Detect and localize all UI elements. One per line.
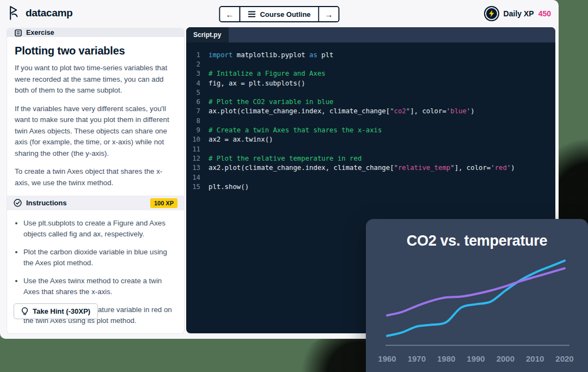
- take-hint-label: Take Hint (-30XP): [33, 307, 90, 315]
- exercise-doc-icon: [15, 29, 22, 36]
- exercise-body: Plotting two variables If you want to pl…: [7, 37, 184, 333]
- code-line[interactable]: 5: [186, 88, 555, 97]
- exercise-paragraph: If you want to plot two time-series vari…: [15, 63, 175, 96]
- x-tick-label: 1980: [437, 354, 455, 363]
- code-line[interactable]: 12# Plot the relative temperature in red: [186, 154, 555, 163]
- line-number: 5: [186, 89, 200, 96]
- x-tick-label: 2020: [555, 354, 573, 363]
- x-tick-label: 2010: [526, 354, 544, 363]
- check-circle-icon: [14, 199, 22, 207]
- code-line[interactable]: 2: [186, 59, 555, 69]
- course-nav-group: ← Course Outline →: [219, 6, 339, 22]
- app-header: datacamp ← Course Outline →: [0, 0, 559, 27]
- x-tick-label: 1970: [408, 354, 426, 363]
- daily-xp-value: 450: [538, 9, 551, 18]
- instruction-item: Plot the carbon dioxide variable in blue…: [23, 247, 175, 269]
- exercise-panel-header: Exercise: [7, 28, 184, 37]
- exercise-paragraph: If the variables have very different sca…: [15, 103, 175, 160]
- daily-xp-indicator[interactable]: Daily XP 450: [484, 6, 551, 21]
- lightning-bolt-icon: [484, 6, 499, 21]
- x-tick-label: 2000: [497, 354, 514, 363]
- course-outline-button[interactable]: Course Outline: [239, 7, 319, 21]
- instructions-header: Instructions 100 XP: [7, 196, 184, 210]
- line-number: 3: [186, 70, 200, 77]
- exercise-panel-title: Exercise: [26, 29, 54, 36]
- line-chart: 1960197019801990200020102020: [366, 219, 588, 372]
- instructions-xp-badge: 100 XP: [150, 198, 177, 208]
- code-area[interactable]: 1import matplotlib.pyplot as plt23# Init…: [186, 42, 555, 191]
- x-tick-label: 1960: [378, 354, 396, 363]
- line-number: 11: [186, 145, 200, 153]
- next-exercise-button[interactable]: →: [320, 7, 339, 21]
- code-line[interactable]: 6# Plot the CO2 variable in blue: [186, 97, 555, 106]
- x-tick-label: 1990: [467, 354, 485, 363]
- line-number: 7: [186, 107, 200, 115]
- line-number: 8: [186, 117, 200, 125]
- x-axis-tick-labels: 1960197019801990200020102020: [378, 354, 573, 363]
- exercise-paragraph: To create a twin Axes object that shares…: [15, 166, 175, 188]
- hamburger-icon: [248, 11, 255, 17]
- previous-exercise-button[interactable]: ←: [220, 7, 239, 21]
- line-number: 12: [186, 155, 200, 162]
- line-number: 2: [186, 60, 200, 68]
- line-number: 15: [186, 183, 200, 191]
- code-line[interactable]: 15plt.show(): [186, 182, 555, 191]
- datacamp-logo-icon: [9, 6, 22, 20]
- code-line[interactable]: 10ax2 = ax.twinx(): [186, 135, 555, 144]
- code-line[interactable]: 4fig, ax = plt.subplots(): [186, 78, 555, 88]
- line-number: 9: [186, 126, 200, 134]
- code-line[interactable]: 14: [186, 173, 555, 182]
- series-line-relative_temp: [387, 269, 565, 315]
- exercise-panel: Exercise Plotting two variables If you w…: [7, 28, 184, 333]
- line-number: 14: [186, 174, 200, 181]
- line-number: 1: [186, 51, 200, 59]
- code-line[interactable]: 13ax2.plot(climate_change.index, climate…: [186, 163, 555, 173]
- code-line[interactable]: 7ax.plot(climate_change.index, climate_c…: [186, 107, 555, 116]
- datacamp-logo[interactable]: datacamp: [9, 6, 72, 20]
- code-line[interactable]: 9# Create a twin Axes that shares the x-…: [186, 125, 555, 135]
- course-outline-label: Course Outline: [260, 10, 310, 19]
- tab-script-py[interactable]: Script.py: [186, 27, 229, 42]
- desktop-background: datacamp ← Course Outline →: [0, 0, 588, 372]
- instructions-title: Instructions: [26, 199, 146, 207]
- exercise-title: Plotting two variables: [15, 45, 175, 57]
- line-number: 4: [186, 80, 200, 87]
- lightbulb-icon: [21, 307, 28, 316]
- brand-wordmark: datacamp: [26, 7, 72, 19]
- line-number: 13: [186, 164, 200, 172]
- exercise-description: If you want to plot two time-series vari…: [15, 63, 175, 188]
- code-line[interactable]: 3# Initalize a Figure and Axes: [186, 69, 555, 78]
- line-number: 10: [186, 136, 200, 143]
- line-number: 6: [186, 98, 200, 106]
- take-hint-button[interactable]: Take Hint (-30XP): [14, 303, 98, 319]
- code-line[interactable]: 11: [186, 144, 555, 154]
- code-line[interactable]: 1import matplotlib.pyplot as plt: [186, 50, 555, 59]
- daily-xp-label: Daily XP: [504, 9, 534, 18]
- chart-series-lines: [387, 261, 565, 336]
- editor-tab-bar: Script.py: [186, 27, 555, 42]
- plot-output-panel: CO2 vs. temperature 19601970198019902000…: [366, 219, 588, 372]
- series-line-co2: [387, 261, 565, 336]
- instruction-item: Use the Axes twinx method to create a tw…: [23, 276, 175, 297]
- instruction-item: Use plt.subplots to create a Figure and …: [23, 218, 175, 240]
- code-line[interactable]: 8: [186, 116, 555, 125]
